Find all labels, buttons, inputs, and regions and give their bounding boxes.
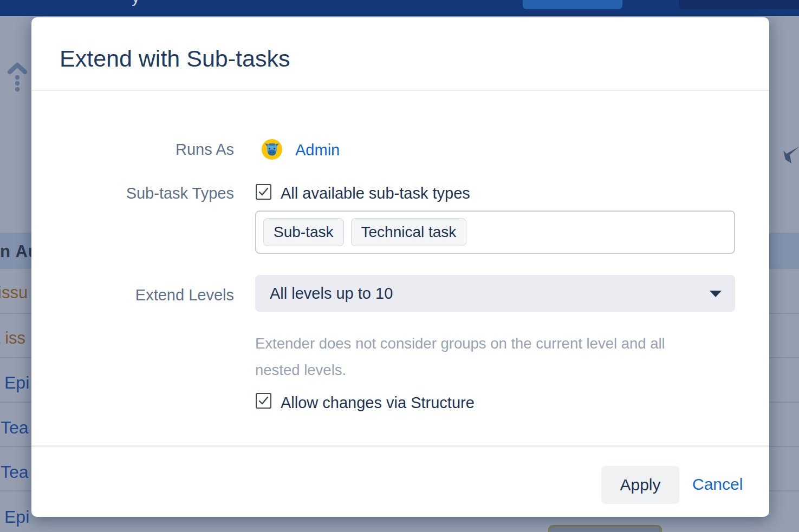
runs-as-label: Runs As [31, 141, 234, 159]
checkmark-icon [258, 395, 269, 406]
all-subtask-types-checkbox-label: All available sub-task types [281, 185, 470, 202]
runs-as-user-link[interactable]: Admin [295, 141, 340, 159]
navbar-button-secondary[interactable] [679, 0, 799, 9]
subtask-type-tag[interactable]: Technical task [351, 218, 467, 246]
checkmark-icon [258, 186, 269, 198]
navbar-button-primary[interactable] [523, 0, 622, 9]
allow-changes-checkbox[interactable] [256, 393, 271, 409]
extend-subtasks-dialog: Extend with Sub-tasks Runs As Admin Sub-… [31, 17, 769, 517]
apply-button[interactable]: Apply [601, 466, 679, 504]
screen: n Au issu t iss Epi Tea Tea Epi y Extend… [0, 0, 799, 532]
subtask-types-label: Sub-task Types [31, 185, 234, 202]
extender-help-text: Extender does not consider groups on the… [255, 330, 708, 383]
bull-avatar-icon [262, 139, 282, 160]
extend-levels-select[interactable]: All levels up to 10 [255, 275, 735, 312]
extend-levels-selected-value: All levels up to 10 [270, 275, 393, 312]
subtask-types-field[interactable]: Sub-task Technical task [255, 211, 735, 254]
cancel-button[interactable]: Cancel [692, 475, 743, 494]
title-divider [31, 90, 769, 91]
allow-changes-checkbox-label: Allow changes via Structure [281, 394, 475, 412]
extend-levels-label: Extend Levels [31, 286, 234, 304]
navbar-clipped-text: y [132, 0, 140, 6]
footer-divider [31, 445, 769, 447]
all-subtask-types-checkbox[interactable] [256, 184, 271, 200]
chevron-down-icon [710, 291, 722, 297]
dialog-title: Extend with Sub-tasks [60, 45, 290, 72]
top-navbar: y [0, 0, 799, 16]
subtask-type-tag[interactable]: Sub-task [263, 218, 344, 246]
